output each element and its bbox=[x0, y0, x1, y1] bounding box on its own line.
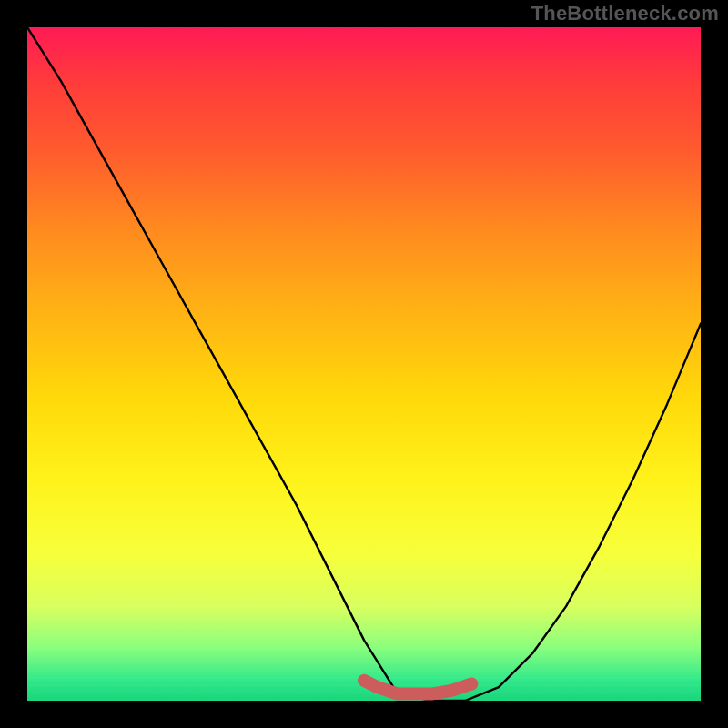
watermark-text: TheBottleneck.com bbox=[531, 2, 719, 25]
main-curve bbox=[27, 27, 701, 701]
chart-frame: TheBottleneck.com bbox=[0, 0, 728, 728]
plot-area bbox=[27, 27, 701, 701]
trough-marker bbox=[364, 681, 471, 694]
curve-layer bbox=[27, 27, 701, 701]
